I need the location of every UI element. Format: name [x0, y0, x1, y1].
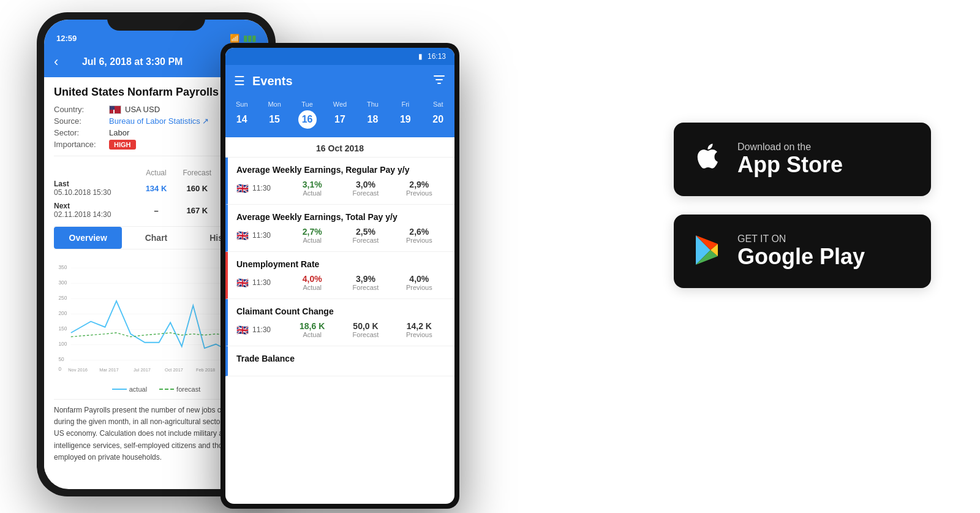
- app-store-text: Download on the App Store: [737, 142, 843, 177]
- event-2-title: Average Weekly Earnings, Total Pay y/y: [236, 212, 446, 222]
- event-1-title: Average Weekly Earnings, Regular Pay y/y: [236, 165, 446, 175]
- event-4-actual-block: 18,6 K Actual: [285, 321, 339, 338]
- last-row-label: Last 05.10.2018 15:30: [54, 180, 136, 197]
- svg-text:Jul 2017: Jul 2017: [134, 367, 151, 373]
- next-row-label: Next 02.11.2018 14:30: [54, 202, 136, 219]
- legend-actual: actual: [112, 386, 147, 393]
- google-play-main: Google Play: [737, 245, 865, 269]
- event-3-flag-time: 🇬🇧 11:30: [236, 277, 285, 289]
- android-status-bar: ▮ 16:13: [225, 48, 454, 65]
- svg-text:300: 300: [58, 279, 67, 286]
- cal-day-mon[interactable]: Mon 15: [258, 101, 290, 129]
- app-store-main: App Store: [737, 153, 843, 177]
- country-value: USA USD: [109, 105, 160, 114]
- store-buttons: Download on the App Store GET IT ON Goog…: [674, 123, 931, 288]
- tab-overview[interactable]: Overview: [54, 227, 122, 249]
- sector-value: Labor: [109, 128, 129, 137]
- svg-text:Mar 2017: Mar 2017: [99, 367, 118, 373]
- importance-label: Importance:: [54, 140, 109, 150]
- event-2-previous-block: 2,6% Previous: [393, 227, 446, 244]
- event-3-actual-block: 4,0% Actual: [285, 274, 339, 291]
- cal-day-thu[interactable]: Thu 18: [356, 101, 389, 129]
- event-item-4: Claimant Count Change 🇬🇧 11:30 18,6 K Ac…: [225, 299, 454, 346]
- source-value: Bureau of Labor Statistics ↗: [109, 116, 209, 126]
- event-item-1: Average Weekly Earnings, Regular Pay y/y…: [225, 158, 454, 205]
- event-4-title: Claimant Count Change: [236, 306, 446, 316]
- event-item-5: Trade Balance: [225, 346, 454, 376]
- next-actual: –: [136, 206, 177, 215]
- cal-day-wed[interactable]: Wed 17: [323, 101, 356, 129]
- event-1-flag-time: 🇬🇧 11:30: [236, 183, 285, 194]
- iphone-notch: [107, 12, 205, 31]
- event-3-previous-block: 4,0% Previous: [393, 274, 446, 291]
- google-play-button[interactable]: GET IT ON Google Play: [674, 215, 931, 288]
- next-forecast: 167 K: [176, 206, 217, 215]
- wifi-icon: 📶: [230, 34, 239, 43]
- event-2-forecast-block: 2,5% Forecast: [339, 227, 392, 244]
- app-store-sub: Download on the: [737, 142, 843, 153]
- iphone-time: 12:59: [56, 34, 77, 43]
- google-play-sub: GET IT ON: [737, 234, 865, 245]
- event-3-forecast-block: 3,9% Forecast: [339, 274, 392, 291]
- stats-header-forecast: Forecast: [176, 169, 217, 177]
- event-4-previous-block: 14,2 K Previous: [393, 321, 446, 338]
- event-4-forecast-block: 50,0 K Forecast: [339, 321, 392, 338]
- svg-text:0: 0: [58, 366, 61, 372]
- android-bar-title: Events: [252, 74, 432, 88]
- source-link[interactable]: Bureau of Labor Statistics ↗: [109, 116, 209, 126]
- event-5-title: Trade Balance: [236, 354, 446, 363]
- importance-badge: HIGH: [109, 140, 136, 150]
- phones-area: 12:59 📶 ▮▮▮ ‹ Jul 6, 2018 at 3:30 PM 🔔 ⬆…: [37, 12, 588, 503]
- google-play-icon: [691, 233, 725, 270]
- sector-label: Sector:: [54, 128, 109, 137]
- last-forecast: 160 K: [176, 184, 217, 193]
- android-device: ▮ 16:13 ☰ Events Sun 14: [221, 43, 459, 509]
- svg-text:Feb 2018: Feb 2018: [196, 367, 215, 373]
- android-battery-icon: ▮: [418, 52, 423, 61]
- back-button[interactable]: ‹: [54, 54, 58, 70]
- events-list: Average Weekly Earnings, Regular Pay y/y…: [225, 158, 454, 503]
- event-1-actual-block: 3,1% Actual: [285, 180, 339, 197]
- event-2-flag-time: 🇬🇧 11:30: [236, 230, 285, 241]
- date-header: 16 Oct 2018: [225, 137, 454, 158]
- apple-icon: [691, 139, 725, 180]
- cal-day-sun[interactable]: Sun 14: [225, 101, 258, 129]
- svg-text:Oct 2017: Oct 2017: [165, 367, 183, 373]
- filter-icon[interactable]: [432, 73, 446, 89]
- event-item-2: Average Weekly Earnings, Total Pay y/y 🇬…: [225, 205, 454, 252]
- google-play-text: GET IT ON Google Play: [737, 234, 865, 269]
- source-label: Source:: [54, 116, 109, 126]
- svg-text:250: 250: [58, 295, 67, 301]
- country-label: Country:: [54, 105, 109, 114]
- stats-header-actual: Actual: [136, 169, 177, 177]
- event-item-3: Unemployment Rate 🇬🇧 11:30 4,0% Actual 3…: [225, 252, 454, 299]
- svg-text:Nov 2016: Nov 2016: [68, 367, 88, 373]
- android-top-bar: ☰ Events: [225, 65, 454, 97]
- tab-chart[interactable]: Chart: [122, 227, 190, 249]
- event-1-previous-block: 2,9% Previous: [393, 180, 446, 197]
- stats-header-date: [54, 169, 136, 177]
- event-2-actual-block: 2,7% Actual: [285, 227, 339, 244]
- app-store-button[interactable]: Download on the App Store: [674, 123, 931, 196]
- svg-text:50: 50: [58, 356, 64, 362]
- android-screen: ▮ 16:13 ☰ Events Sun 14: [225, 48, 454, 504]
- cal-day-fri[interactable]: Fri 19: [389, 101, 421, 129]
- event-1-forecast-block: 3,0% Forecast: [339, 180, 392, 197]
- svg-text:100: 100: [58, 341, 67, 347]
- event-4-flag-time: 🇬🇧 11:30: [236, 324, 285, 336]
- hamburger-menu[interactable]: ☰: [234, 74, 245, 88]
- svg-text:150: 150: [58, 325, 67, 332]
- battery-icon: ▮▮▮: [243, 34, 256, 43]
- nav-title: Jul 6, 2018 at 3:30 PM: [63, 56, 202, 67]
- last-actual: 134 K: [136, 184, 177, 193]
- cal-day-sat[interactable]: Sat 20: [422, 101, 454, 129]
- event-3-title: Unemployment Rate: [236, 259, 446, 269]
- cal-day-tue[interactable]: Tue 16: [291, 101, 323, 129]
- svg-text:200: 200: [58, 310, 67, 316]
- legend-forecast: forecast: [159, 386, 200, 393]
- calendar-week: Sun 14 Mon 15 Tue 16 Wed 17 Thu 18: [225, 97, 454, 137]
- android-time: 16:13: [428, 52, 446, 61]
- svg-text:350: 350: [58, 264, 67, 270]
